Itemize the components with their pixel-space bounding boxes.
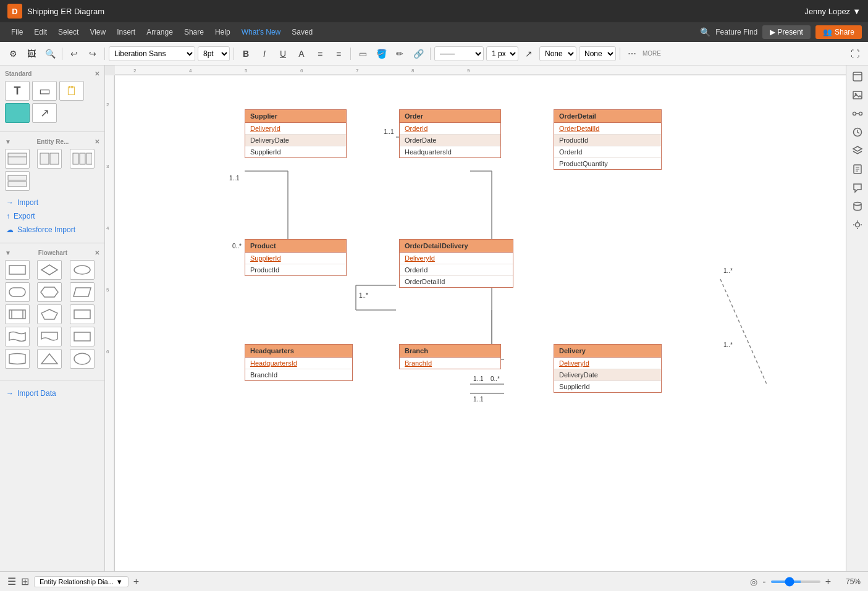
orderdetaildelivery-entity[interactable]: OrderDetailDelivery DeliveryId OrderId O…	[399, 239, 513, 288]
entity-shape-3[interactable]	[70, 149, 95, 169]
headquarters-entity[interactable]: Headquarters HeadquartersId BranchId	[245, 344, 353, 381]
line-width-select[interactable]: 1 px	[486, 46, 518, 61]
canvas-area[interactable]: 2 4 5 6 7 8 9 2 3 4 5 6	[105, 65, 846, 571]
svg-marker-13	[41, 287, 58, 297]
connection-button[interactable]: 🔗	[410, 46, 426, 62]
grid-view-button[interactable]: ⊞	[21, 576, 29, 587]
standard-close-icon[interactable]: ✕	[95, 70, 99, 77]
entity-shape-4[interactable]	[5, 171, 30, 191]
orderdetail-entity[interactable]: OrderDetail OrderDetailId ProductId Orde…	[554, 109, 662, 170]
title-bar-title: Shipping ER Diagram	[27, 7, 104, 16]
more-button[interactable]: ⋯	[624, 46, 640, 62]
text-shape[interactable]: T	[5, 81, 30, 101]
layers-right-button[interactable]	[849, 142, 866, 159]
entity-shape-1[interactable]	[5, 149, 30, 169]
font-size-select[interactable]: 8pt	[198, 46, 230, 61]
flowchart-doc[interactable]	[37, 327, 62, 346]
feature-find-label[interactable]: Feature Find	[715, 28, 757, 36]
flowchart-rounded[interactable]	[5, 282, 30, 302]
branch-entity[interactable]: Branch BranchId	[399, 344, 501, 369]
zoom-out-button[interactable]: -	[762, 576, 765, 587]
redo-button[interactable]: ↪	[85, 46, 101, 62]
font-family-select[interactable]: Liberation Sans	[109, 46, 195, 61]
note-shape[interactable]: 🗒	[59, 81, 84, 101]
shape-button[interactable]: ▭	[355, 46, 371, 62]
menu-insert[interactable]: Insert	[112, 25, 140, 39]
end-arrow-select[interactable]: None	[579, 46, 616, 61]
add-tab-button[interactable]: +	[133, 576, 139, 587]
menu-select[interactable]: Select	[53, 25, 83, 39]
page-right-button[interactable]	[849, 161, 866, 178]
entity-re-close-icon[interactable]: ✕	[95, 138, 99, 145]
fill-button[interactable]: 🪣	[373, 46, 389, 62]
flowchart-close-icon[interactable]: ✕	[95, 249, 99, 256]
entity-shape-2[interactable]	[37, 149, 62, 169]
format-panel-button[interactable]: ⚙	[5, 46, 21, 62]
present-button[interactable]: ▶ Present	[762, 25, 811, 39]
font-color-button[interactable]: A	[293, 46, 310, 62]
menu-view[interactable]: View	[85, 25, 111, 39]
image-right-button[interactable]	[849, 86, 866, 104]
line-style-select[interactable]: ——	[434, 46, 484, 61]
flowchart-rect[interactable]	[5, 260, 30, 280]
flowchart-hex[interactable]	[37, 282, 62, 302]
svg-line-50	[720, 279, 767, 384]
zoom-slider[interactable]	[771, 581, 820, 583]
flowchart-oval[interactable]	[70, 260, 95, 280]
flowchart-tri[interactable]	[37, 349, 62, 369]
flowchart-rect4[interactable]	[70, 327, 95, 346]
import-action[interactable]: → Import	[5, 196, 99, 209]
canvas-content[interactable]: 0..* 1..1 1..1 0..1 0..1 1..* 1..*	[115, 75, 846, 571]
menu-file[interactable]: File	[6, 25, 28, 39]
underline-button[interactable]: U	[275, 46, 291, 62]
menu-saved[interactable]: Saved	[287, 25, 318, 39]
flowchart-diamond[interactable]	[37, 260, 62, 280]
menu-share[interactable]: Share	[179, 25, 209, 39]
share-button[interactable]: 👥 Share	[815, 25, 862, 39]
flowchart-para[interactable]	[70, 282, 95, 302]
image-button[interactable]: 🖼	[23, 46, 40, 62]
ruler-top: 2 4 5 6 7 8 9	[115, 65, 846, 75]
diagram-tab[interactable]: Entity Relationship Dia... ▼	[34, 576, 129, 587]
settings-right-button[interactable]	[849, 216, 866, 233]
flowchart-rect2[interactable]	[5, 304, 30, 324]
import-data-action[interactable]: → Import Data	[5, 387, 99, 400]
menu-edit[interactable]: Edit	[29, 25, 52, 39]
clock-right-button[interactable]	[849, 124, 866, 141]
bold-button[interactable]: B	[238, 46, 254, 62]
flowchart-wave[interactable]	[5, 327, 30, 346]
waypoint-button[interactable]: ↗	[521, 46, 537, 62]
search-button[interactable]: 🔍	[42, 46, 58, 62]
undo-button[interactable]: ↩	[66, 46, 82, 62]
fullscreen-button[interactable]: ⛶	[847, 46, 863, 62]
comments-right-button[interactable]	[849, 179, 866, 196]
list-view-button[interactable]: ☰	[7, 576, 16, 587]
start-arrow-select[interactable]: None	[539, 46, 576, 61]
supplier-entity[interactable]: Supplier DeliveryId DeliveryDate Supplie…	[245, 109, 347, 158]
text-align-button[interactable]: ≡	[331, 46, 347, 62]
align-button[interactable]: ≡	[312, 46, 328, 62]
flowchart-curve[interactable]	[5, 349, 30, 369]
flowchart-pent[interactable]	[37, 304, 62, 324]
italic-button[interactable]: I	[256, 46, 272, 62]
data-right-button[interactable]	[849, 198, 866, 215]
connections-right-button[interactable]	[849, 105, 866, 122]
flowchart-circle[interactable]	[70, 349, 95, 369]
svg-point-69	[853, 112, 856, 115]
salesforce-import-action[interactable]: ☁ Salesforce Import	[5, 223, 99, 237]
flowchart-rect3[interactable]	[70, 304, 95, 324]
menu-arrange[interactable]: Arrange	[141, 25, 178, 39]
menu-whats-new[interactable]: What's New	[237, 25, 286, 39]
arrow-shape[interactable]: ↗	[32, 103, 57, 123]
export-action[interactable]: ↑ Export	[5, 209, 99, 223]
line-button[interactable]: ✏	[392, 46, 408, 62]
zoom-in-button[interactable]: +	[825, 576, 831, 587]
order-entity[interactable]: Order OrderId OrderDate HeadquartersId	[399, 109, 501, 158]
user-name[interactable]: Jenny Lopez ▼	[804, 7, 861, 16]
delivery-entity[interactable]: Delivery DeliveryId DeliveryDate Supplie…	[554, 344, 662, 393]
format-right-button[interactable]	[849, 68, 866, 85]
rect-shape[interactable]: ▭	[32, 81, 57, 101]
product-entity[interactable]: Product SupplierId ProductId	[245, 239, 347, 276]
menu-help[interactable]: Help	[210, 25, 235, 39]
color-shape[interactable]	[5, 103, 30, 123]
